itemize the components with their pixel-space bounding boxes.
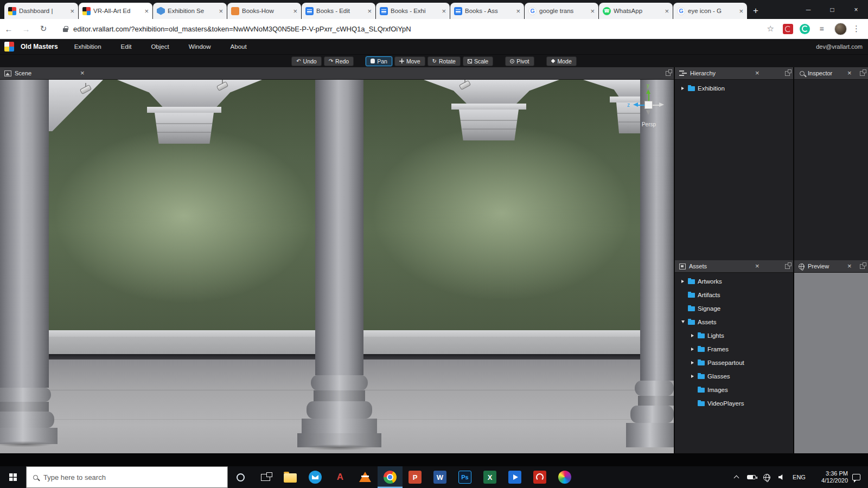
start-button[interactable]: [0, 466, 26, 488]
gizmo-down-arrowhead[interactable]: [646, 110, 650, 115]
tab-close-icon[interactable]: ×: [219, 8, 223, 15]
inspector-popout-icon[interactable]: [860, 71, 865, 76]
hierarchy-close-icon[interactable]: ×: [755, 69, 760, 76]
action-center-icon[interactable]: [852, 474, 860, 480]
taskbar-app-mail[interactable]: [303, 466, 328, 488]
tab-close-icon[interactable]: ×: [70, 8, 74, 15]
expand-arrow-icon[interactable]: [680, 280, 685, 283]
browser-tab-books-edit[interactable]: Books - Edit ×: [302, 3, 375, 19]
taskbar-app-autocad[interactable]: A: [328, 466, 353, 488]
taskbar-search-input[interactable]: [43, 473, 206, 481]
menu-exhibition[interactable]: Exhibition: [74, 43, 101, 50]
pdf-extension-icon[interactable]: [783, 24, 793, 34]
scene-popout-icon[interactable]: [666, 71, 671, 76]
menu-window[interactable]: Window: [189, 43, 211, 50]
window-close-button[interactable]: ×: [844, 0, 868, 19]
tab-close-icon[interactable]: ×: [590, 8, 595, 15]
assets-item-assets[interactable]: Assets: [675, 315, 793, 329]
tab-close-icon[interactable]: ×: [442, 8, 446, 15]
tab-close-icon[interactable]: ×: [665, 8, 669, 15]
window-minimize-button[interactable]: ─: [796, 0, 820, 19]
browser-tab-vrallart-editor[interactable]: VR-All-Art Ed ×: [79, 3, 152, 19]
gizmo-center-cube[interactable]: [644, 101, 653, 109]
inspector-close-icon[interactable]: ×: [847, 69, 852, 76]
taskbar-app-word[interactable]: W: [427, 466, 452, 488]
browser-tab-books-how[interactable]: Books-How ×: [227, 3, 301, 19]
assets-item-lights[interactable]: Lights: [675, 329, 793, 342]
tab-close-icon[interactable]: ×: [516, 8, 520, 15]
tray-overflow-button[interactable]: [729, 466, 744, 488]
assets-item-artifacts[interactable]: Artifacts: [675, 288, 793, 301]
spotlight[interactable]: [458, 80, 473, 93]
corbel-bracket[interactable]: [459, 110, 519, 140]
expand-arrow-icon[interactable]: [690, 334, 695, 337]
tab-close-icon[interactable]: ×: [144, 8, 149, 15]
gizmo-projection-label[interactable]: Persp: [624, 122, 674, 127]
corbel-bracket[interactable]: [155, 113, 214, 144]
assets-item-frames[interactable]: Frames: [675, 342, 793, 356]
assets-close-icon[interactable]: ×: [755, 262, 760, 269]
taskbar-app-paint3d[interactable]: [552, 466, 577, 488]
taskbar-app-vlc[interactable]: [353, 466, 378, 488]
taskbar-app-powerpoint[interactable]: P: [403, 466, 427, 488]
network-indicator[interactable]: [759, 466, 774, 488]
menu-about[interactable]: About: [231, 43, 247, 50]
expand-arrow-icon[interactable]: [690, 375, 695, 378]
browser-tab-dashboard[interactable]: Dashboard | ×: [4, 3, 78, 19]
orientation-gizmo[interactable]: y z Persp: [624, 83, 674, 131]
browser-tab-books-exhi[interactable]: Books - Exhi ×: [376, 3, 450, 19]
hierarchy-popout-icon[interactable]: [785, 71, 790, 76]
assets-item-glasses[interactable]: Glasses: [675, 369, 793, 383]
gizmo-x-arrowhead[interactable]: [659, 102, 664, 107]
collapse-arrow-icon[interactable]: [680, 320, 685, 323]
profile-avatar[interactable]: [834, 23, 847, 35]
language-indicator[interactable]: ENG: [789, 474, 809, 480]
vrallart-logo[interactable]: [4, 42, 14, 52]
tab-close-icon[interactable]: ×: [739, 8, 743, 15]
move-tool-button[interactable]: Move: [394, 56, 425, 66]
column-middle-shaft[interactable]: [315, 80, 363, 375]
assets-popout-icon[interactable]: [785, 264, 790, 269]
undo-button[interactable]: ↶Undo: [291, 56, 322, 66]
tab-close-icon[interactable]: ×: [293, 8, 297, 15]
scene-close-icon[interactable]: ×: [80, 69, 85, 76]
grammarly-extension-icon[interactable]: [800, 24, 810, 34]
scene-viewport[interactable]: y z Persp: [0, 80, 674, 453]
browser-tab-books-ass[interactable]: Books - Ass ×: [450, 3, 524, 19]
window-maximize-button[interactable]: □: [820, 0, 844, 19]
rotate-tool-button[interactable]: ↻Rotate: [427, 56, 461, 66]
assets-item-signage[interactable]: Signage: [675, 301, 793, 315]
assets-item-passepartout[interactable]: Passepartout: [675, 356, 793, 369]
browser-tab-eye-icon[interactable]: G eye icon - G ×: [673, 3, 747, 19]
task-view-button[interactable]: [253, 466, 278, 488]
browser-tab-whatsapp[interactable]: ☎ WhatsApp ×: [599, 3, 673, 19]
gizmo-y-arrowhead[interactable]: [646, 89, 650, 94]
taskbar-app-chrome[interactable]: [378, 466, 403, 488]
tab-close-icon[interactable]: ×: [367, 8, 372, 15]
gizmo-z-arrowhead[interactable]: [633, 102, 638, 107]
mode-button[interactable]: Mode: [546, 56, 577, 66]
menu-edit[interactable]: Edit: [121, 43, 132, 50]
url-text[interactable]: editor.vrallart.com/?exhibition=old_mast…: [73, 25, 762, 33]
browser-tab-google-translate[interactable]: G google trans ×: [525, 3, 598, 19]
assets-item-videoplayers[interactable]: VideoPlayers: [675, 396, 793, 410]
taskbar-app-photoshop[interactable]: Ps: [452, 466, 477, 488]
taskbar-app-file-explorer[interactable]: [278, 466, 303, 488]
assets-item-images[interactable]: Images: [675, 383, 793, 396]
taskbar-clock[interactable]: 3:36 PM 4/12/2020: [813, 470, 848, 485]
spotlight[interactable]: [79, 83, 93, 97]
hierarchy-item-exhibition[interactable]: Exhibition: [675, 81, 793, 95]
menu-object[interactable]: Object: [151, 43, 169, 50]
preview-popout-icon[interactable]: [860, 264, 865, 269]
new-tab-button[interactable]: +: [748, 3, 764, 19]
battery-indicator[interactable]: [744, 466, 759, 488]
redo-button[interactable]: ↷Redo: [324, 56, 354, 66]
taskbar-app-acrobat[interactable]: [527, 466, 552, 488]
https-lock-icon[interactable]: [63, 26, 68, 32]
pan-tool-button[interactable]: Pan: [366, 56, 392, 66]
expand-arrow-icon[interactable]: [690, 348, 695, 351]
reload-icon[interactable]: ↻: [35, 24, 52, 34]
expand-arrow-icon[interactable]: [690, 361, 695, 364]
bookmark-star-icon[interactable]: ☆: [767, 24, 774, 34]
spotlight[interactable]: [216, 80, 230, 94]
